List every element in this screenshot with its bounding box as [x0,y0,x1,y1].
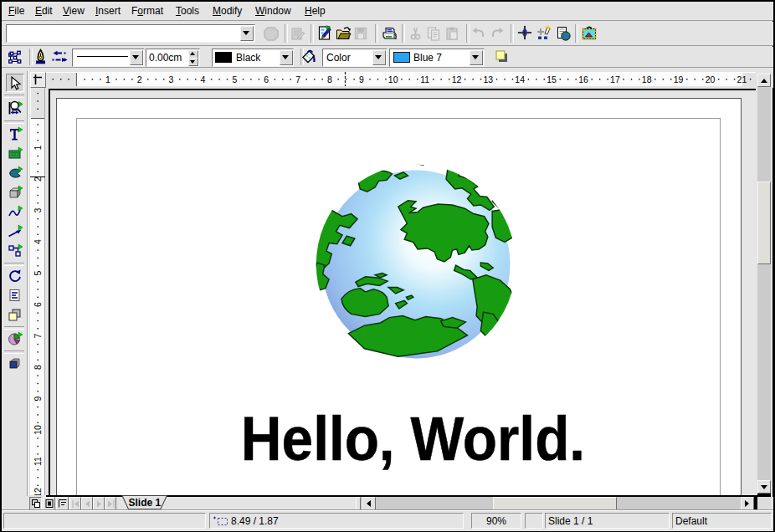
svg-text:4: 4 [200,74,205,84]
svg-text:17: 17 [610,74,620,84]
svg-text:12: 12 [33,488,43,495]
svg-text:8: 8 [327,74,332,84]
svg-text:10: 10 [388,74,398,84]
svg-text:3: 3 [33,207,43,212]
svg-text:1: 1 [33,145,43,150]
svg-text:5: 5 [232,74,237,84]
svg-text:18: 18 [642,74,652,84]
svg-text:11: 11 [420,74,429,84]
svg-text:19: 19 [674,74,684,84]
svg-text:14: 14 [515,74,525,84]
svg-text:2: 2 [137,74,142,84]
svg-text:20: 20 [706,74,716,84]
svg-text:8: 8 [33,365,43,370]
svg-text:13: 13 [483,74,493,84]
svg-text:7: 7 [33,333,43,338]
svg-text:7: 7 [295,74,300,84]
svg-text:21: 21 [737,74,747,84]
svg-text:1: 1 [105,74,110,84]
svg-text:15: 15 [547,74,557,84]
svg-text:6: 6 [33,302,43,307]
svg-text:3: 3 [169,74,174,84]
svg-text:4: 4 [33,239,43,244]
svg-text:9: 9 [33,396,43,401]
svg-text:12: 12 [452,74,462,84]
svg-text:16: 16 [578,74,588,84]
svg-text:9: 9 [359,74,364,84]
svg-text:Slide 1: Slide 1 [128,497,161,509]
svg-text:6: 6 [264,74,269,84]
svg-text:5: 5 [33,270,43,275]
